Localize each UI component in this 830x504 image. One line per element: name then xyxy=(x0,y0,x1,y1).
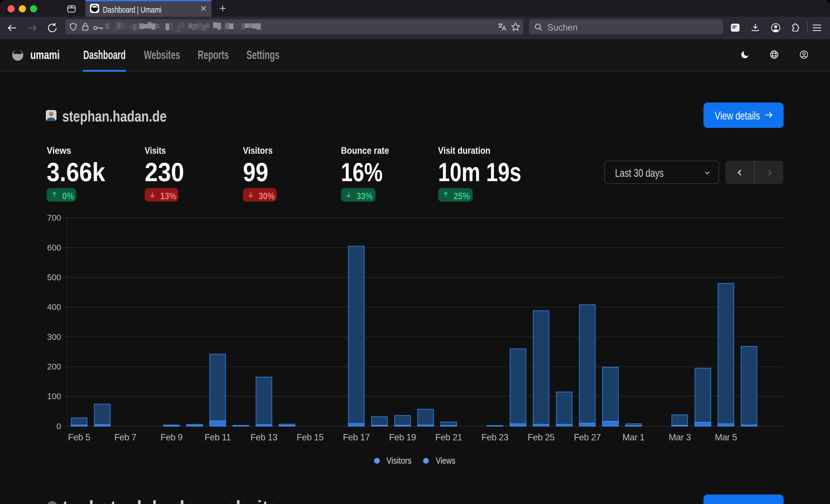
svg-text:Feb 27: Feb 27 xyxy=(574,432,601,442)
svg-text:0: 0 xyxy=(57,422,61,431)
svg-text:Mar 5: Mar 5 xyxy=(715,432,737,442)
svg-text:Feb 13: Feb 13 xyxy=(250,432,278,442)
svg-text:400: 400 xyxy=(47,302,61,312)
svg-text:Feb 19: Feb 19 xyxy=(389,432,416,442)
svg-text:Mar 1: Mar 1 xyxy=(622,432,645,442)
svg-text:600: 600 xyxy=(47,243,61,252)
svg-text:Feb 7: Feb 7 xyxy=(114,432,136,442)
svg-text:500: 500 xyxy=(47,273,61,282)
svg-text:Feb 23: Feb 23 xyxy=(482,432,509,442)
svg-text:300: 300 xyxy=(47,332,61,342)
svg-text:Feb 17: Feb 17 xyxy=(343,432,370,442)
svg-text:Feb 15: Feb 15 xyxy=(296,432,324,442)
svg-text:700: 700 xyxy=(47,213,61,222)
svg-text:Feb 25: Feb 25 xyxy=(528,432,555,442)
svg-text:100: 100 xyxy=(47,392,61,401)
svg-text:Feb 5: Feb 5 xyxy=(68,432,90,442)
svg-text:Feb 9: Feb 9 xyxy=(161,432,183,442)
svg-text:Feb 21: Feb 21 xyxy=(435,432,462,442)
svg-text:200: 200 xyxy=(47,362,61,371)
svg-text:Mar 3: Mar 3 xyxy=(669,432,691,442)
svg-text:Feb 11: Feb 11 xyxy=(204,432,231,442)
